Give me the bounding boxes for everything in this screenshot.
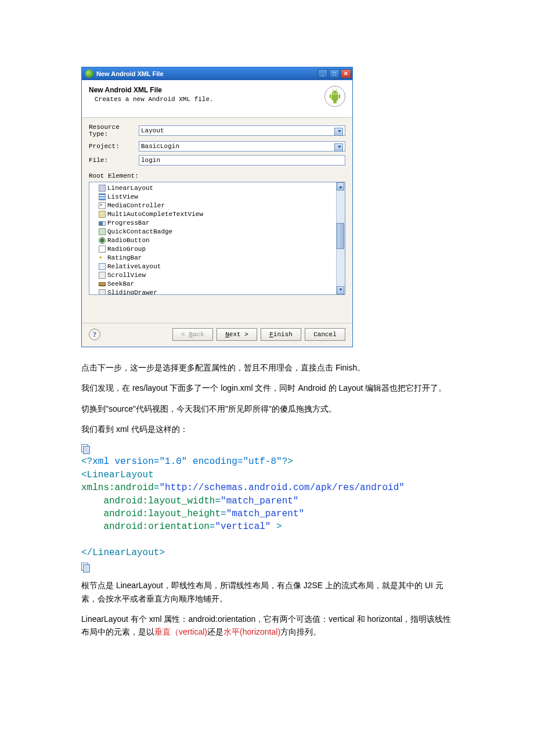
window-maximize-button[interactable]: □ [329,69,340,78]
paragraph: 切换到"source"代码视图，今天我们不用"所见即所得"的傻瓜拖拽方式。 [81,402,453,415]
chevron-up-icon [339,186,342,188]
window-close-button[interactable]: ✕ [341,69,351,78]
layout-icon [99,185,106,192]
list-item: ListView [91,192,344,201]
list-item: LinearLayout [91,183,344,192]
paragraph: 我们发现，在 res/layout 下面多了一个 login.xml 文件，同时… [81,381,453,394]
copy-icon[interactable] [81,561,453,571]
file-label: File: [89,157,139,164]
form: Resource Type: Layout Project: BasicLogi… [82,118,352,171]
list-item: ProgressBar [91,218,344,227]
file-value: login [141,157,160,164]
resource-type-select[interactable]: Layout [139,125,345,136]
paragraph: 我们看到 xml 代码是这样的： [81,423,453,435]
titlebar: New Android XML File _ □ ✕ [82,67,352,80]
progress-icon [99,221,106,226]
radio-icon [99,237,106,244]
list-item: RelativeLayout [91,262,344,271]
media-icon [99,202,106,209]
back-button[interactable]: < Back [172,328,213,341]
svg-line-2 [333,89,333,91]
radiogroup-icon [99,246,106,253]
list-item: ★RatingBar [91,253,344,262]
paragraph: 点击下一步，这一步是选择更多配置属性的，暂且不用理会，直接点击 Finish。 [81,361,453,374]
drawer-icon [99,289,106,296]
dialog-header: New Android XML File Creates a new Andro… [82,80,352,118]
scroll-icon [99,272,106,279]
finish-button[interactable]: Finish [261,328,301,341]
star-icon: ★ [99,254,106,261]
resource-type-label: Resource Type: [89,124,139,138]
list-item: RadioButton [91,236,344,244]
help-icon[interactable]: ? [89,329,100,340]
next-button[interactable]: Next > [217,328,257,341]
window-minimize-button[interactable]: _ [317,69,328,78]
scroll-thumb[interactable] [337,223,344,249]
seekbar-icon [99,282,106,286]
dialog-title: New Android XML File [89,86,324,94]
root-element-label: Root Element: [82,171,352,181]
svg-rect-1 [338,94,340,98]
svg-point-4 [333,92,334,92]
chevron-down-icon [338,146,341,148]
project-select[interactable]: BasicLogin [139,141,345,152]
list-item: MultiAutoCompleteTextView [91,210,344,218]
list-icon [99,193,106,200]
new-android-xml-dialog: New Android XML File _ □ ✕ New Android X… [81,67,353,347]
code-block: <?xml version="1.0" encoding="utf-8"?> <… [81,455,453,559]
project-value: BasicLogin [141,143,179,150]
svg-rect-0 [330,94,331,98]
chevron-down-icon [338,130,341,132]
eclipse-icon [85,70,93,78]
list-item: MediaController [91,201,344,210]
list-item: ScrollView [91,271,344,279]
android-icon [324,86,345,107]
svg-line-3 [336,89,337,91]
text-icon [99,211,106,218]
resource-type-value: Layout [141,127,164,134]
svg-point-5 [336,92,337,92]
scrollbar[interactable] [336,182,345,294]
scroll-down-button[interactable] [337,286,344,294]
copy-icon[interactable] [81,444,453,453]
root-element-listbox[interactable]: LinearLayout ListView MediaController Mu… [89,182,345,295]
relative-icon [99,263,106,270]
file-input[interactable]: login [139,155,345,165]
list-item: QuickContactBadge [91,227,344,236]
button-bar: ? < Back Next > Finish Cancel [82,323,352,347]
chevron-down-icon [339,289,342,291]
paragraph: 根节点是 LinearLayout，即线性布局，所谓线性布局，有点像 J2SE … [81,579,453,605]
list-item: SlidingDrawer [91,288,344,295]
badge-icon [99,228,106,235]
cancel-button[interactable]: Cancel [305,328,345,341]
project-label: Project: [89,143,139,150]
scroll-up-button[interactable] [337,182,344,190]
dialog-subtitle: Creates a new Android XML file. [89,96,324,103]
paragraph: LinearLayout 有个 xml 属性：android:orientati… [81,613,453,639]
list-item: RadioGroup [91,244,344,253]
titlebar-text: New Android XML File [96,70,164,77]
list-item: SeekBar [91,279,344,288]
